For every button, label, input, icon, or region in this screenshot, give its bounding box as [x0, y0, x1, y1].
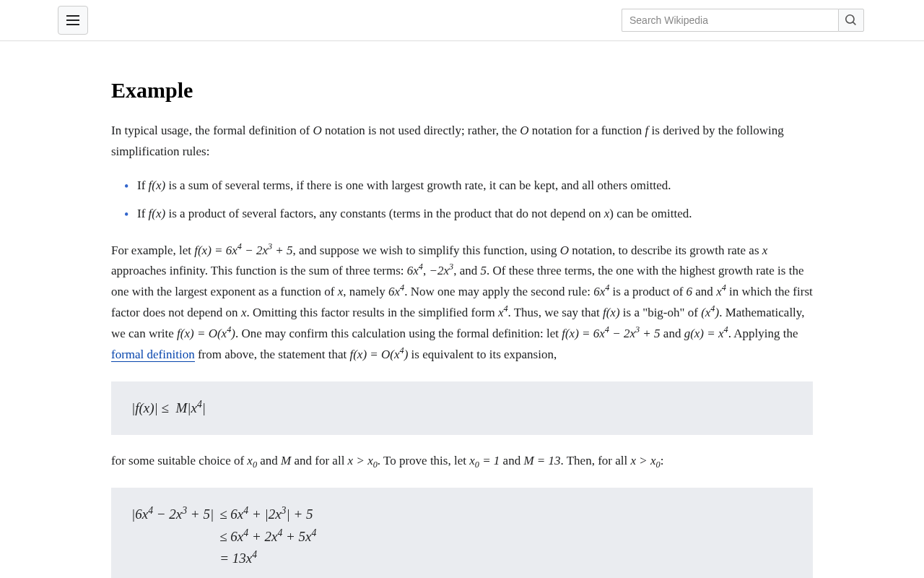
- math-fx-Ox4: f(x) = O(x4): [177, 327, 235, 340]
- math-x: x: [762, 243, 768, 257]
- top-bar: [0, 0, 924, 41]
- math-x4: x4: [498, 306, 508, 319]
- math-M-eq13: M = 13: [523, 454, 560, 467]
- math-eq1: |f(x)| ≤ M|x4|: [131, 400, 206, 415]
- proof-setup-paragraph: for some suitable choice of x0 and M and…: [111, 451, 813, 472]
- math-M: M: [281, 454, 291, 467]
- math-n2x3: −2x3: [429, 264, 453, 277]
- math-6x4: 6x4: [407, 264, 423, 277]
- eq2-r3: = 13x4: [218, 548, 316, 569]
- math-paren-x4: (x4): [701, 306, 719, 319]
- math-x0: x0: [247, 454, 257, 467]
- math-fx: f(x): [149, 207, 166, 220]
- search-button[interactable]: [838, 9, 864, 32]
- article-content: Example In typical usage, the formal def…: [51, 41, 873, 578]
- math-fx-eq: f(x) = 6x4 − 2x3 + 5: [562, 327, 660, 340]
- math-fx: f(x): [603, 306, 620, 319]
- math-6x4: 6x4: [593, 285, 609, 298]
- eq2-r1: ≤ 6x4 + |2x3| + 5: [218, 504, 316, 525]
- math-O: O: [560, 243, 569, 257]
- example-paragraph: For example, let f(x) = 6x4 − 2x3 + 5, a…: [111, 241, 813, 366]
- math-fx-Ox4: f(x) = O(x4): [349, 348, 408, 361]
- math-gx-eq: g(x) = x4: [684, 327, 728, 340]
- intro-paragraph: In typical usage, the formal definition …: [111, 121, 813, 163]
- eq2-r2: ≤ 6x4 + 2x4 + 5x4: [218, 526, 316, 548]
- math-5: 5: [480, 264, 487, 277]
- math-O: O: [520, 124, 528, 137]
- search-input[interactable]: [622, 9, 838, 32]
- equation-block-2: |6x4 − 2x3 + 5| ≤ 6x4 + |2x3| + 5 ≤ 6x4 …: [111, 488, 813, 578]
- math-6x4: 6x4: [388, 285, 404, 298]
- math-x4: x4: [716, 285, 726, 298]
- math-x0-eq1: x0 = 1: [469, 454, 500, 467]
- list-item: If f(x) is a product of several factors,…: [127, 204, 813, 225]
- search-icon: [845, 14, 857, 26]
- math-x-gt-x0: x > x0: [630, 454, 660, 467]
- rule-list: If f(x) is a sum of several terms, if th…: [111, 176, 813, 225]
- math-fx: f(x): [149, 178, 166, 192]
- math-O: O: [313, 124, 321, 137]
- list-item: If f(x) is a sum of several terms, if th…: [127, 176, 813, 197]
- section-heading: Example: [111, 73, 813, 108]
- math-fx-full: f(x) = 6x4 − 2x3 + 5: [194, 243, 292, 257]
- search-wrap: [622, 9, 864, 32]
- eq2-lhs: |6x4 − 2x3 + 5|: [131, 504, 218, 525]
- equation-block-1: |f(x)| ≤ M|x4|: [111, 381, 813, 435]
- math-6: 6: [687, 285, 693, 298]
- main-menu-button[interactable]: [58, 6, 88, 35]
- formal-definition-link[interactable]: formal definition: [111, 348, 195, 362]
- math-x-gt-x0: x > x0: [348, 454, 378, 467]
